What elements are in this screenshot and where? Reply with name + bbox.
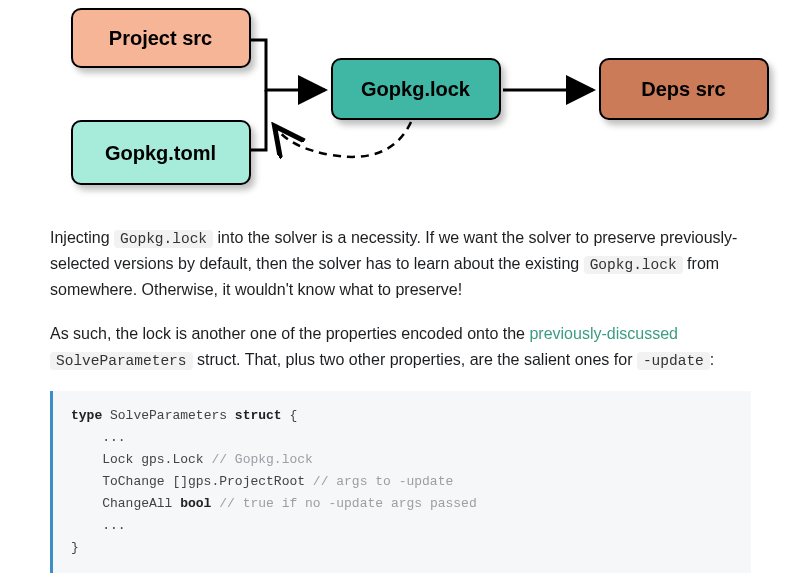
text: As such, the lock is another one of the … (50, 325, 529, 342)
code-text: { (282, 408, 298, 423)
code-text: ... (71, 430, 126, 445)
node-deps-src: Deps src (599, 58, 769, 120)
code-text: SolveParameters (102, 408, 235, 423)
node-gopkg-toml: Gopkg.toml (71, 120, 251, 185)
code-text: Lock gps.Lock (71, 452, 211, 467)
inline-code: SolveParameters (50, 352, 193, 370)
keyword-struct: struct (235, 408, 282, 423)
code-text: } (71, 540, 79, 555)
comment: // args to -update (313, 474, 453, 489)
text: Injecting (50, 229, 114, 246)
code-text: ... (71, 518, 126, 533)
paragraph-2: As such, the lock is another one of the … (50, 321, 751, 373)
node-gopkg-lock: Gopkg.lock (331, 58, 501, 120)
document-page: Project src Gopkg.toml Gopkg.lock Deps s… (0, 0, 801, 581)
keyword-bool: bool (180, 496, 211, 511)
inline-code: Gopkg.lock (114, 230, 213, 248)
inline-code: -update (637, 352, 710, 370)
comment: // Gopkg.lock (211, 452, 312, 467)
keyword-type: type (71, 408, 102, 423)
previously-discussed-link[interactable]: previously-discussed (529, 325, 678, 342)
comment: // true if no -update args passed (219, 496, 476, 511)
paragraph-1: Injecting Gopkg.lock into the solver is … (50, 225, 751, 303)
node-project-src: Project src (71, 8, 251, 68)
flow-diagram: Project src Gopkg.toml Gopkg.lock Deps s… (51, 0, 751, 200)
inline-code: Gopkg.lock (584, 256, 683, 274)
code-text: ToChange []gps.ProjectRoot (71, 474, 313, 489)
text: : (710, 351, 714, 368)
text: struct. That, plus two other properties,… (193, 351, 637, 368)
code-block: type SolveParameters struct { ... Lock g… (50, 391, 751, 574)
code-text: ChangeAll (71, 496, 180, 511)
